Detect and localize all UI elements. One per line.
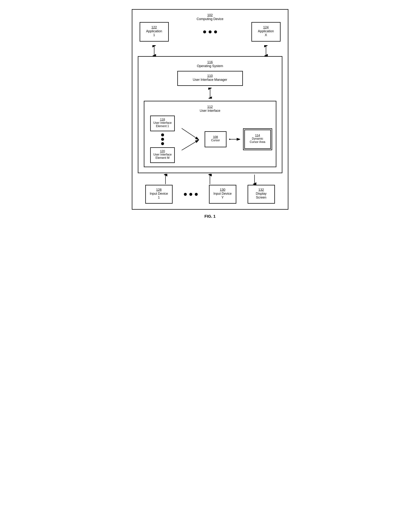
fig-caption: FIG. 1 <box>132 214 288 219</box>
diag-arrows-svg <box>180 121 202 157</box>
ui-dot-1 <box>161 133 164 136</box>
input-device1-line2: 1 <box>158 196 160 199</box>
apps-dots <box>203 31 217 33</box>
uim-box: 110 User Interface Manager <box>177 71 243 86</box>
app1-arrow-col <box>140 45 169 56</box>
ui-dot-2 <box>161 138 164 141</box>
inputY-arrow-col <box>196 174 224 185</box>
fig-label: FIG. 1 <box>204 214 216 218</box>
dynamic-cursor-line2: Cursor Area <box>250 140 265 143</box>
appX-ref: 124 <box>256 25 276 29</box>
ui-header: 112 User Interface <box>148 105 272 113</box>
appX-arrow-col <box>251 45 281 56</box>
appX-box: 124 Application X <box>251 22 281 42</box>
app1-ref: 122 <box>144 25 164 29</box>
ui-elementM-line1: User Interface <box>153 153 172 156</box>
cursor-box: 108 Cursor <box>205 131 226 147</box>
app1-line1: Application <box>146 29 162 33</box>
ui-dot-3 <box>161 142 164 145</box>
dynamic-cursor-ref: 114 <box>248 134 267 137</box>
uim-ref: 110 <box>183 74 237 78</box>
appX-label: 124 Application X <box>256 25 276 37</box>
input-device1-ref: 128 <box>150 188 168 192</box>
bottom-arrows-row <box>138 174 282 185</box>
app-arrows-row <box>138 45 282 56</box>
input-dot-2 <box>189 193 192 196</box>
ui-elementM-box: 120 User Interface Element M <box>150 147 175 163</box>
ui-elementM-ref: 120 <box>153 150 172 153</box>
app1-label: 122 Application 1 <box>144 25 164 37</box>
dynamic-cursor-outer: 114 Dynamic Cursor Area <box>243 128 272 150</box>
uim-to-ui-arrow <box>144 88 276 100</box>
input-deviceY-box: 130 Input Device Y <box>209 185 236 204</box>
appX-line1: Application <box>258 29 274 33</box>
os-text: Operating System <box>197 64 223 68</box>
ui-elementM-line2: Element M <box>156 156 169 159</box>
svg-line-4 <box>182 140 198 150</box>
ui-element1-box: 118 User Interface Element 1 <box>150 116 175 131</box>
dynamic-cursor-line1: Dynamic <box>252 137 263 140</box>
cursor-label: 108 Cursor <box>209 135 222 142</box>
inputY-arrow-svg <box>207 174 213 185</box>
ui-element1-line2: Element 1 <box>156 124 169 128</box>
input-device1-box: 128 Input Device 1 <box>145 185 172 204</box>
dot-2 <box>209 31 211 33</box>
ui-element1-label: 118 User Interface Element 1 <box>153 118 172 128</box>
cursor-text: Cursor <box>211 139 220 142</box>
ui-element1-line1: User Interface <box>153 121 172 124</box>
cursor-dca-arrow-svg <box>229 137 240 142</box>
dot-3 <box>214 31 217 33</box>
computing-device-ref: 102 <box>138 13 282 17</box>
ui-text: User Interface <box>200 109 220 112</box>
input-deviceY-ref: 130 <box>213 188 232 192</box>
input-dots <box>184 193 198 196</box>
ui-ref: 112 <box>148 105 272 109</box>
diag-arrows-area <box>180 121 202 157</box>
display-screen-box: 132 Display Screen <box>248 185 275 204</box>
display-screen-line2: Screen <box>256 196 266 199</box>
input-deviceY-line1: Input Device <box>213 192 232 195</box>
dynamic-cursor-label: 114 Dynamic Cursor Area <box>248 134 267 144</box>
app1-arrow-svg <box>151 45 157 56</box>
ui-box: 112 User Interface 118 User Interface El… <box>144 101 276 167</box>
dot-1 <box>203 31 206 33</box>
bottom-boxes-row: 128 Input Device 1 130 Input Device Y <box>138 185 282 204</box>
ui-elements-dots <box>161 133 164 145</box>
cursor-ref: 108 <box>209 135 222 139</box>
svg-line-3 <box>182 128 198 139</box>
input1-arrow-col <box>152 174 179 185</box>
ui-element1-ref: 118 <box>153 118 172 121</box>
os-label: 116 Operating System <box>144 60 276 68</box>
display-arrow-svg <box>252 174 257 185</box>
computing-device-label: 102 Computing Device <box>138 13 282 21</box>
os-box: 116 Operating System 110 User Interface … <box>138 56 282 173</box>
appX-arrow-svg <box>263 45 269 56</box>
ui-elements-col: 118 User Interface Element 1 <box>148 116 177 163</box>
page-wrapper: 102 Computing Device 122 Application 1 1… <box>128 4 292 222</box>
input-device1-line1: Input Device <box>150 192 168 195</box>
cursor-dca-arrow <box>229 137 240 142</box>
display-screen-line1: Display <box>256 192 267 195</box>
input-dot-1 <box>184 193 187 196</box>
display-screen-ref: 132 <box>252 188 271 192</box>
display-arrow-col <box>241 174 268 185</box>
input-device1-label: 128 Input Device 1 <box>150 188 168 199</box>
input-dot-3 <box>195 193 198 196</box>
dynamic-cursor-inner: 114 Dynamic Cursor Area <box>244 130 271 149</box>
input-deviceY-line2: Y <box>221 196 224 199</box>
uim-text: User Interface Manager <box>193 78 227 81</box>
uim-label: 110 User Interface Manager <box>183 74 237 82</box>
os-ref: 116 <box>144 60 276 64</box>
display-screen-label: 132 Display Screen <box>252 188 271 199</box>
appX-line2: X <box>265 33 267 37</box>
input-deviceY-label: 130 Input Device Y <box>213 188 232 199</box>
app1-line2: 1 <box>153 33 155 37</box>
apps-row: 122 Application 1 124 Application X <box>138 22 282 42</box>
uim-ui-arrow-svg <box>207 88 213 99</box>
ui-content-row: 118 User Interface Element 1 <box>148 116 272 163</box>
ui-elementM-label: 120 User Interface Element M <box>153 150 172 160</box>
dynamic-cursor-box: 114 Dynamic Cursor Area <box>243 128 272 150</box>
computing-device-box: 102 Computing Device 122 Application 1 1… <box>132 9 288 210</box>
input1-arrow-svg <box>163 174 168 185</box>
app1-box: 122 Application 1 <box>140 22 169 42</box>
